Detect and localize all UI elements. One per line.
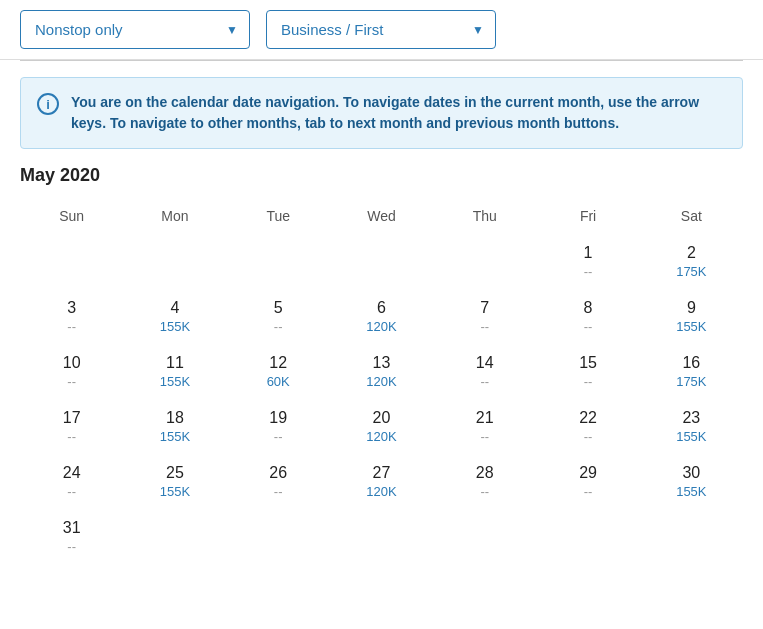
weekday-header: Sat <box>640 202 743 234</box>
day-price: -- <box>540 319 635 334</box>
stops-dropdown-wrapper: Nonstop only 1 Stop or fewer 2 Stops or … <box>20 10 250 49</box>
day-number: 4 <box>127 299 222 317</box>
calendar-day[interactable]: 9155K <box>640 289 743 344</box>
day-price: -- <box>437 484 532 499</box>
day-number: 28 <box>437 464 532 482</box>
day-price: -- <box>24 539 119 554</box>
day-price: 155K <box>644 429 739 444</box>
day-price: 155K <box>644 319 739 334</box>
info-banner-text: You are on the calendar date navigation.… <box>71 92 726 134</box>
calendar-day <box>433 234 536 289</box>
day-price: 155K <box>644 484 739 499</box>
day-price: -- <box>437 429 532 444</box>
day-number: 1 <box>540 244 635 262</box>
calendar-day[interactable]: 8-- <box>536 289 639 344</box>
calendar-day[interactable]: 1-- <box>536 234 639 289</box>
calendar-day <box>123 509 226 564</box>
day-number: 30 <box>644 464 739 482</box>
calendar-day[interactable]: 6120K <box>330 289 433 344</box>
day-price: -- <box>540 264 635 279</box>
day-price: 155K <box>127 484 222 499</box>
day-price: 120K <box>334 484 429 499</box>
day-price: 60K <box>231 374 326 389</box>
calendar-day[interactable]: 19-- <box>227 399 330 454</box>
day-price: 120K <box>334 374 429 389</box>
calendar-day[interactable]: 11155K <box>123 344 226 399</box>
calendar-day[interactable]: 16175K <box>640 344 743 399</box>
day-price: -- <box>24 484 119 499</box>
day-price: 175K <box>644 374 739 389</box>
calendar-day[interactable]: 28-- <box>433 454 536 509</box>
calendar-week: 31-- <box>20 509 743 564</box>
day-number: 5 <box>231 299 326 317</box>
weekday-row: SunMonTueWedThuFriSat <box>20 202 743 234</box>
day-number: 6 <box>334 299 429 317</box>
day-number: 21 <box>437 409 532 427</box>
stops-dropdown[interactable]: Nonstop only 1 Stop or fewer 2 Stops or … <box>20 10 250 49</box>
calendar-day[interactable]: 7-- <box>433 289 536 344</box>
calendar-grid: SunMonTueWedThuFriSat 1--2175K3--4155K5-… <box>20 202 743 564</box>
calendar-day[interactable]: 1260K <box>227 344 330 399</box>
calendar-day[interactable]: 4155K <box>123 289 226 344</box>
day-price: -- <box>437 374 532 389</box>
calendar-week: 1--2175K <box>20 234 743 289</box>
calendar-day[interactable]: 14-- <box>433 344 536 399</box>
day-price: -- <box>540 374 635 389</box>
calendar-day[interactable]: 24-- <box>20 454 123 509</box>
day-number: 9 <box>644 299 739 317</box>
calendar-day[interactable]: 21-- <box>433 399 536 454</box>
calendar-day <box>330 234 433 289</box>
weekday-header: Mon <box>123 202 226 234</box>
info-banner: i You are on the calendar date navigatio… <box>20 77 743 149</box>
calendar-day[interactable]: 17-- <box>20 399 123 454</box>
day-number: 31 <box>24 519 119 537</box>
calendar-day[interactable]: 23155K <box>640 399 743 454</box>
calendar-section: May 2020 SunMonTueWedThuFriSat 1--2175K3… <box>0 165 763 584</box>
day-number: 11 <box>127 354 222 372</box>
day-price: -- <box>437 319 532 334</box>
day-number: 18 <box>127 409 222 427</box>
calendar-week: 10--11155K1260K13120K14--15--16175K <box>20 344 743 399</box>
calendar-day[interactable]: 22-- <box>536 399 639 454</box>
calendar-day[interactable]: 31-- <box>20 509 123 564</box>
calendar-day[interactable]: 18155K <box>123 399 226 454</box>
cabin-dropdown-wrapper: Business / First Economy Premium Economy… <box>266 10 496 49</box>
weekday-header: Thu <box>433 202 536 234</box>
day-number: 16 <box>644 354 739 372</box>
day-number: 13 <box>334 354 429 372</box>
calendar-day[interactable]: 10-- <box>20 344 123 399</box>
day-price: 155K <box>127 429 222 444</box>
calendar-day[interactable]: 2175K <box>640 234 743 289</box>
calendar-day[interactable]: 13120K <box>330 344 433 399</box>
calendar-day[interactable]: 30155K <box>640 454 743 509</box>
day-price: 120K <box>334 319 429 334</box>
calendar-day <box>330 509 433 564</box>
day-price: 175K <box>644 264 739 279</box>
day-price: 155K <box>127 319 222 334</box>
calendar-day[interactable]: 27120K <box>330 454 433 509</box>
calendar-day[interactable]: 26-- <box>227 454 330 509</box>
day-number: 29 <box>540 464 635 482</box>
calendar-day <box>227 234 330 289</box>
day-number: 20 <box>334 409 429 427</box>
day-number: 27 <box>334 464 429 482</box>
day-number: 25 <box>127 464 222 482</box>
calendar-day[interactable]: 25155K <box>123 454 226 509</box>
day-number: 15 <box>540 354 635 372</box>
calendar-day[interactable]: 20120K <box>330 399 433 454</box>
day-number: 3 <box>24 299 119 317</box>
calendar-header: SunMonTueWedThuFriSat <box>20 202 743 234</box>
info-icon: i <box>37 93 59 115</box>
cabin-dropdown[interactable]: Business / First Economy Premium Economy <box>266 10 496 49</box>
calendar-day[interactable]: 29-- <box>536 454 639 509</box>
weekday-header: Wed <box>330 202 433 234</box>
calendar-day <box>227 509 330 564</box>
calendar-week: 3--4155K5--6120K7--8--9155K <box>20 289 743 344</box>
calendar-day <box>20 234 123 289</box>
day-price: -- <box>231 484 326 499</box>
day-number: 17 <box>24 409 119 427</box>
day-number: 23 <box>644 409 739 427</box>
calendar-day[interactable]: 5-- <box>227 289 330 344</box>
calendar-day[interactable]: 15-- <box>536 344 639 399</box>
calendar-day[interactable]: 3-- <box>20 289 123 344</box>
